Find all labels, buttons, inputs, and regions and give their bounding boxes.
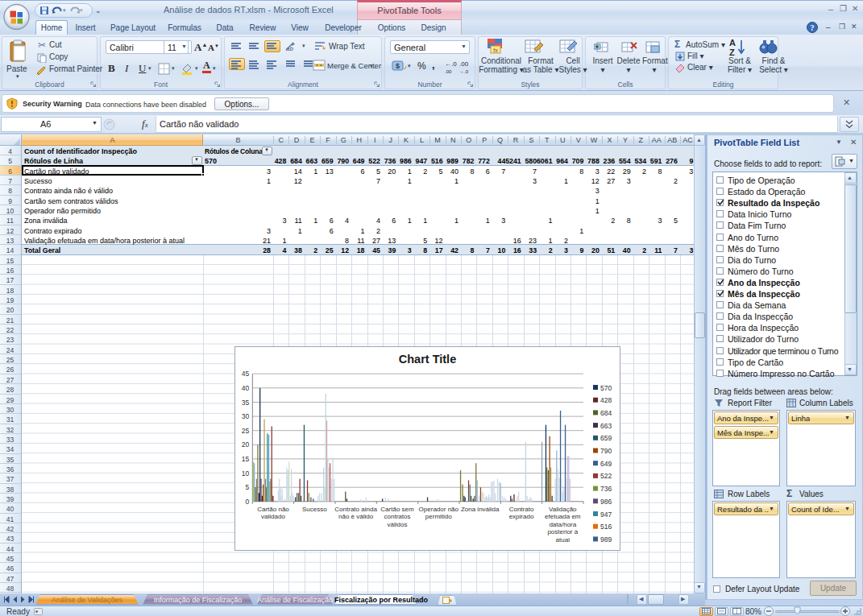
svg-text:data/hora: data/hora (549, 521, 576, 528)
svg-text:atual: atual (556, 536, 570, 544)
svg-text:570: 570 (600, 384, 612, 392)
svg-text:contratos: contratos (384, 513, 411, 520)
svg-text:Zona inválida: Zona inválida (461, 506, 500, 513)
svg-text:Validação: Validação (549, 506, 577, 513)
svg-text:30: 30 (242, 412, 250, 420)
svg-text:45: 45 (242, 370, 250, 378)
svg-text:35: 35 (242, 399, 250, 407)
svg-text:20: 20 (242, 440, 250, 449)
svg-text:expirado: expirado (509, 513, 534, 520)
svg-text:não é válido: não é válido (338, 513, 374, 520)
svg-text:validado: validado (261, 513, 285, 520)
svg-text:659: 659 (600, 434, 612, 442)
svg-text:15: 15 (242, 455, 250, 463)
svg-text:válidos: válidos (388, 521, 408, 528)
svg-text:0: 0 (246, 498, 250, 506)
svg-text:efetuada em: efetuada em (545, 513, 581, 520)
svg-text:522: 522 (600, 472, 612, 480)
svg-text:947: 947 (600, 511, 612, 519)
svg-text:Cartão não: Cartão não (257, 506, 289, 513)
svg-text:?: ? (811, 23, 815, 32)
svg-text:428: 428 (600, 396, 612, 404)
svg-text:Contrato ainda: Contrato ainda (334, 506, 377, 513)
svg-text:Cartão sem: Cartão sem (380, 506, 414, 513)
svg-text:posterior à: posterior à (547, 528, 578, 535)
svg-text:40: 40 (242, 384, 250, 392)
svg-text:Operador não: Operador não (419, 506, 459, 513)
svg-text:10: 10 (242, 469, 250, 478)
svg-text:5: 5 (246, 483, 250, 491)
svg-text:516: 516 (600, 523, 612, 531)
svg-text:fx: fx (493, 48, 498, 53)
svg-text:736: 736 (600, 485, 612, 493)
svg-text:Sucesso: Sucesso (302, 506, 327, 513)
svg-text:Z: Z (729, 48, 735, 56)
svg-text:permitido: permitido (425, 513, 452, 520)
svg-text:663: 663 (600, 422, 612, 430)
svg-text:649: 649 (600, 460, 612, 468)
svg-text:989: 989 (600, 535, 612, 544)
svg-text:684: 684 (600, 409, 612, 417)
svg-text:$: $ (396, 62, 400, 70)
svg-text:790: 790 (600, 447, 612, 455)
svg-text:Chart Title: Chart Title (399, 353, 456, 366)
svg-text:25: 25 (242, 427, 250, 435)
svg-text:A: A (729, 38, 736, 48)
svg-text:986: 986 (600, 498, 612, 506)
svg-text:Contrato: Contrato (509, 506, 534, 513)
svg-text:ab: ab (286, 45, 293, 52)
